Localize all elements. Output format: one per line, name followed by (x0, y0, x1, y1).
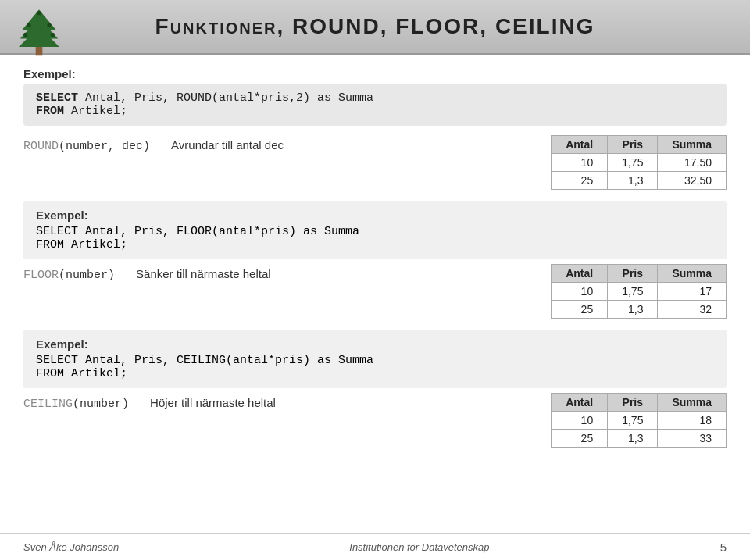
floor-code: SELECT Antal, Pris, FLOOR(antal*pris) as… (36, 225, 714, 251)
main-content: Exempel: SELECT Antal, Pris, ROUND(antal… (0, 55, 750, 466)
table-row: 25 1,3 32 (552, 301, 727, 319)
ceiling-result-table: Antal Pris Summa 10 1,75 18 25 1,3 33 (551, 393, 727, 448)
ceiling-explain-text: CEILING(number) Höjer till närmaste helt… (23, 393, 535, 411)
svg-point-6 (23, 33, 27, 37)
floor-result-table: Antal Pris Summa 10 1,75 17 25 1,3 32 (551, 264, 727, 319)
round-col-antal: Antal (552, 136, 608, 154)
ceiling-section-inner: Exempel: SELECT Antal, Pris, CEILING(ant… (36, 337, 714, 380)
ceiling-r1-summa: 18 (658, 412, 727, 430)
ceiling-col-pris: Pris (608, 394, 658, 412)
round-func-name: ROUND (23, 140, 59, 153)
round-r2-antal: 25 (552, 172, 608, 190)
table-row: 10 1,75 17 (552, 283, 727, 301)
floor-exempel-label: Exempel: (36, 209, 714, 222)
ceiling-r2-pris: 1,3 (608, 430, 658, 448)
round-col-summa: Summa (658, 136, 727, 154)
round-select-kw: SELECT (36, 91, 78, 105)
floor-r2-summa: 32 (658, 301, 727, 319)
ceiling-text-part: Exempel: SELECT Antal, Pris, CEILING(ant… (36, 337, 714, 380)
floor-code-line1-rest: Antal, Pris, FLOOR(antal*pris) as Summa (78, 225, 359, 238)
footer-author: Sven Åke Johansson (23, 541, 119, 553)
logo (12, 6, 66, 57)
header: Funktioner, ROUND, FLOOR, CEILING (0, 0, 750, 55)
round-result-table: Antal Pris Summa 10 1,75 17,50 25 1,3 32… (551, 135, 727, 190)
ceiling-select-kw: SELECT (36, 354, 78, 367)
ceiling-r2-summa: 33 (658, 430, 727, 448)
floor-section: Exempel: SELECT Antal, Pris, FLOOR(antal… (23, 201, 727, 259)
table-row: 25 1,3 32,50 (552, 172, 727, 190)
floor-col-pris: Pris (608, 265, 658, 283)
ceiling-r1-antal: 10 (552, 412, 608, 430)
round-code: SELECT Antal, Pris, ROUND(antal*pris,2) … (23, 84, 727, 126)
floor-explain-row: FLOOR(number) Sänker till närmaste helta… (23, 264, 727, 319)
ceiling-col-summa: Summa (658, 394, 727, 412)
table-row: 10 1,75 18 (552, 412, 727, 430)
table-row: 25 1,3 33 (552, 430, 727, 448)
floor-from-kw: FROM (36, 238, 64, 251)
page-title: Funktioner, ROUND, FLOOR, CEILING (8, 14, 742, 39)
round-exempel-label: Exempel: (23, 67, 727, 80)
round-from-kw: FROM (36, 105, 64, 118)
floor-col-summa: Summa (658, 265, 727, 283)
floor-r1-summa: 17 (658, 283, 727, 301)
ceiling-explain-row: CEILING(number) Höjer till närmaste helt… (23, 393, 727, 448)
ceiling-col-antal: Antal (552, 394, 608, 412)
ceiling-code-line2-rest: Artikel; (64, 367, 127, 380)
svg-point-4 (27, 23, 30, 27)
round-code-line1-rest: Antal, Pris, ROUND(antal*pris,2) as Summ… (78, 91, 373, 105)
svg-point-5 (47, 23, 51, 27)
svg-point-7 (51, 33, 55, 37)
round-explain-text: ROUND(number, dec) Avrundar till antal d… (23, 135, 535, 153)
ceiling-section: Exempel: SELECT Antal, Pris, CEILING(ant… (23, 330, 727, 388)
footer-institution: Institutionen för Datavetenskap (349, 541, 489, 553)
floor-r2-pris: 1,3 (608, 301, 658, 319)
round-r1-antal: 10 (552, 154, 608, 172)
floor-text-part: Exempel: SELECT Antal, Pris, FLOOR(antal… (36, 209, 714, 251)
round-args: (number, dec) (59, 140, 150, 153)
ceiling-r1-pris: 1,75 (608, 412, 658, 430)
floor-col-antal: Antal (552, 265, 608, 283)
ceiling-code-line1-rest: Antal, Pris, CEILING(antal*pris) as Summ… (78, 354, 373, 367)
ceiling-from-kw: FROM (36, 367, 64, 380)
floor-args: (number) (59, 269, 115, 282)
round-section: Exempel: SELECT Antal, Pris, ROUND(antal… (23, 67, 727, 190)
round-col-pris: Pris (608, 136, 658, 154)
round-r2-pris: 1,3 (608, 172, 658, 190)
floor-r2-antal: 25 (552, 301, 608, 319)
round-desc: Avrundar till antal dec (171, 138, 284, 152)
footer: Sven Åke Johansson Institutionen för Dat… (0, 533, 750, 560)
floor-section-inner: Exempel: SELECT Antal, Pris, FLOOR(antal… (36, 209, 714, 251)
ceiling-args: (number) (73, 398, 129, 411)
floor-select-kw: SELECT (36, 225, 78, 238)
svg-point-8 (37, 11, 41, 15)
round-r1-pris: 1,75 (608, 154, 658, 172)
round-r2-summa: 32,50 (658, 172, 727, 190)
floor-desc: Sänker till närmaste heltal (136, 267, 271, 280)
ceiling-desc: Höjer till närmaste heltal (150, 396, 276, 409)
table-row: 10 1,75 17,50 (552, 154, 727, 172)
footer-page: 5 (720, 540, 727, 554)
floor-r1-pris: 1,75 (608, 283, 658, 301)
ceiling-r2-antal: 25 (552, 430, 608, 448)
floor-code-line2-rest: Artikel; (64, 238, 127, 251)
ceiling-exempel-label: Exempel: (36, 337, 714, 351)
floor-explain-text: FLOOR(number) Sänker till närmaste helta… (23, 264, 535, 282)
round-code-line2-rest: Artikel; (64, 105, 127, 118)
floor-r1-antal: 10 (552, 283, 608, 301)
round-explain-row: ROUND(number, dec) Avrundar till antal d… (23, 135, 727, 190)
ceiling-func-name: CEILING (23, 398, 73, 411)
ceiling-code: SELECT Antal, Pris, CEILING(antal*pris) … (36, 354, 714, 380)
round-r1-summa: 17,50 (658, 154, 727, 172)
floor-func-name: FLOOR (23, 269, 59, 282)
